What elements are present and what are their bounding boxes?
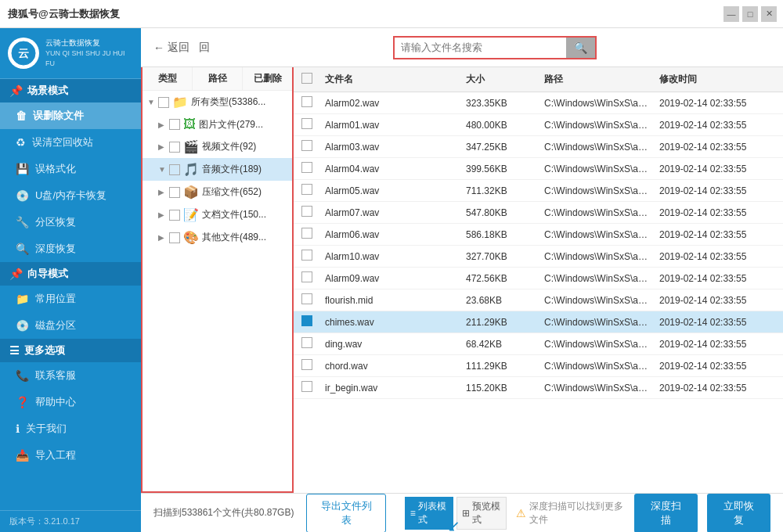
row-checkbox[interactable] bbox=[301, 359, 312, 370]
col-size: 大小 bbox=[461, 67, 539, 92]
tree-item-video[interactable]: ▶ 🎬 视频文件(92) bbox=[143, 135, 292, 158]
sidebar-item-deleted-files[interactable]: 🗑 误删除文件 bbox=[0, 102, 141, 129]
sidebar-bottom: 版本号：3.21.0.17 bbox=[0, 510, 141, 532]
file-name: Alarm07.wav bbox=[320, 203, 461, 222]
file-path: C:\Windows\WinSxS\amd64_micr... bbox=[539, 225, 655, 244]
title-bar: 搜狐号@云骑士数据恢复 — □ ✕ bbox=[0, 0, 783, 28]
tree-item-other[interactable]: ▶ 🎨 其他文件(489... bbox=[143, 226, 292, 249]
file-size: 399.56KB bbox=[461, 160, 539, 178]
sidebar-item-import[interactable]: 📥 导入工程 bbox=[0, 442, 141, 469]
row-checkbox[interactable] bbox=[301, 140, 312, 151]
table-row[interactable]: chord.wav 111.29KB C:\Windows\WinSxS\amd… bbox=[294, 355, 783, 377]
tree-item-compressed[interactable]: ▶ 📦 压缩文件(652) bbox=[143, 181, 292, 203]
row-checkbox[interactable] bbox=[301, 206, 312, 217]
search-button[interactable]: 🔍 bbox=[566, 38, 595, 58]
sidebar-item-help[interactable]: ❓ 帮助中心 bbox=[0, 389, 141, 415]
deep-scan-hint: ⚠ 深度扫描可以找到更多文件 bbox=[516, 500, 625, 527]
section-guide-mode: 📌 向导模式 bbox=[0, 262, 141, 286]
file-size: 586.18KB bbox=[461, 225, 539, 244]
list-mode-button[interactable]: ≡ 列表模式 ↙ bbox=[405, 497, 453, 530]
row-checkbox[interactable] bbox=[301, 184, 312, 195]
forward-button[interactable]: 回 bbox=[199, 41, 210, 55]
expand-icon-other: ▶ bbox=[158, 233, 166, 242]
table-row[interactable]: ding.wav 68.42KB C:\Windows\WinSxS\amd64… bbox=[294, 333, 783, 355]
row-checkbox[interactable] bbox=[301, 118, 312, 129]
table-row[interactable]: chimes.wav 211.29KB C:\Windows\WinSxS\am… bbox=[294, 311, 783, 333]
row-checkbox[interactable] bbox=[301, 250, 312, 261]
row-checkbox[interactable] bbox=[301, 337, 312, 348]
table-row[interactable]: Alarm06.wav 586.18KB C:\Windows\WinSxS\a… bbox=[294, 224, 783, 246]
table-row[interactable]: flourish.mid 23.68KB C:\Windows\WinSxS\a… bbox=[294, 289, 783, 311]
tree-checkbox-all[interactable] bbox=[158, 97, 169, 108]
table-row[interactable]: Alarm04.wav 399.56KB C:\Windows\WinSxS\a… bbox=[294, 158, 783, 180]
row-checkbox[interactable] bbox=[301, 96, 312, 107]
table-row[interactable]: Alarm02.wav 323.35KB C:\Windows\WinSxS\a… bbox=[294, 92, 783, 114]
tree-checkbox-compressed[interactable] bbox=[169, 187, 180, 198]
row-checkbox[interactable] bbox=[301, 228, 312, 239]
file-name: Alarm06.wav bbox=[320, 225, 461, 244]
file-name: Alarm09.wav bbox=[320, 269, 461, 288]
file-date: 2019-02-14 02:33:55 bbox=[655, 182, 780, 200]
sidebar-item-common-location[interactable]: 📁 常用位置 bbox=[0, 286, 141, 312]
file-date: 2019-02-14 02:33:55 bbox=[655, 116, 780, 135]
sidebar-item-contact[interactable]: 📞 联系客服 bbox=[0, 362, 141, 389]
back-button[interactable]: ← 返回 bbox=[153, 41, 189, 55]
minimize-button[interactable]: — bbox=[723, 6, 739, 22]
export-button[interactable]: 导出文件列表 bbox=[306, 494, 385, 533]
deep-scan-button[interactable]: 深度扫描 bbox=[634, 494, 698, 533]
sidebar-item-format[interactable]: 💾 误格式化 bbox=[0, 156, 141, 182]
col-filename: 文件名 bbox=[320, 67, 461, 92]
search-input[interactable] bbox=[395, 38, 566, 57]
recover-button[interactable]: 立即恢复 bbox=[707, 494, 770, 533]
svg-text:云: 云 bbox=[18, 47, 29, 59]
preview-mode-button[interactable]: ⊞ 预览模式 bbox=[456, 497, 507, 530]
row-checkbox[interactable] bbox=[301, 162, 312, 173]
row-checkbox[interactable] bbox=[301, 381, 312, 392]
tree-item-all[interactable]: ▼ 📁 所有类型(53386... bbox=[143, 91, 292, 113]
tree-header: 类型 路径 已删除 bbox=[143, 67, 292, 91]
tree-checkbox-video[interactable] bbox=[169, 142, 180, 153]
tree-checkbox-audio[interactable] bbox=[169, 164, 180, 175]
row-checkbox[interactable] bbox=[301, 271, 312, 282]
tree-checkbox-other[interactable] bbox=[169, 232, 180, 243]
row-checkbox[interactable] bbox=[301, 293, 312, 304]
file-date: 2019-02-14 02:33:55 bbox=[655, 379, 780, 397]
tree-col-deleted: 已删除 bbox=[243, 67, 292, 90]
file-name: Alarm03.wav bbox=[320, 138, 461, 156]
tree-col-type: 类型 bbox=[143, 67, 193, 90]
search-icon: 🔍 bbox=[574, 41, 587, 54]
tree-item-document[interactable]: ▶ 📝 文档文件(150... bbox=[143, 203, 292, 226]
sidebar-item-about[interactable]: ℹ 关于我们 bbox=[0, 415, 141, 442]
sidebar-item-partition[interactable]: 🔧 分区恢复 bbox=[0, 209, 141, 235]
table-row[interactable]: Alarm05.wav 711.32KB C:\Windows\WinSxS\a… bbox=[294, 180, 783, 202]
table-row[interactable]: Alarm07.wav 547.80KB C:\Windows\WinSxS\a… bbox=[294, 202, 783, 224]
file-path: C:\Windows\WinSxS\amd64_micr... bbox=[539, 291, 655, 310]
folder-icon: 📁 bbox=[16, 293, 29, 305]
file-path: C:\Windows\WinSxS\amd64_micr... bbox=[539, 357, 655, 376]
sidebar-item-deep[interactable]: 🔍 深度恢复 bbox=[0, 235, 141, 262]
expand-icon-image: ▶ bbox=[158, 120, 166, 129]
file-name: ir_begin.wav bbox=[320, 379, 461, 397]
main-content: ← 返回 回 🔍 类型 路径 已删除 bbox=[141, 28, 783, 532]
file-date: 2019-02-14 02:33:55 bbox=[655, 225, 780, 244]
audio-type-icon: 🎵 bbox=[183, 162, 199, 177]
sidebar-item-disk-partition[interactable]: 💿 磁盘分区 bbox=[0, 312, 141, 339]
close-button[interactable]: ✕ bbox=[761, 6, 777, 22]
table-row[interactable]: Alarm03.wav 347.25KB C:\Windows\WinSxS\a… bbox=[294, 136, 783, 158]
table-row[interactable]: Alarm09.wav 472.56KB C:\Windows\WinSxS\a… bbox=[294, 268, 783, 289]
table-row[interactable]: ir_begin.wav 115.20KB C:\Windows\WinSxS\… bbox=[294, 377, 783, 399]
row-checkbox[interactable] bbox=[301, 315, 312, 326]
file-name: Alarm04.wav bbox=[320, 160, 461, 178]
table-row[interactable]: Alarm01.wav 480.00KB C:\Windows\WinSxS\a… bbox=[294, 114, 783, 136]
sidebar-item-recycle-bin[interactable]: ♻ 误清空回收站 bbox=[0, 129, 141, 156]
file-path: C:\Windows\WinSxS\amd64_micr... bbox=[539, 247, 655, 266]
select-all-checkbox[interactable] bbox=[301, 73, 312, 84]
tree-item-audio[interactable]: ▼ 🎵 音频文件(189) bbox=[143, 158, 292, 181]
tree-checkbox-image[interactable] bbox=[169, 119, 180, 130]
tree-checkbox-document[interactable] bbox=[169, 210, 180, 221]
tree-item-image[interactable]: ▶ 🖼 图片文件(279... bbox=[143, 113, 292, 135]
sidebar-item-usb[interactable]: 💿 U盘/内存卡恢复 bbox=[0, 182, 141, 209]
file-date: 2019-02-14 02:33:55 bbox=[655, 269, 780, 288]
table-row[interactable]: Alarm10.wav 327.70KB C:\Windows\WinSxS\a… bbox=[294, 246, 783, 268]
maximize-button[interactable]: □ bbox=[742, 6, 758, 22]
